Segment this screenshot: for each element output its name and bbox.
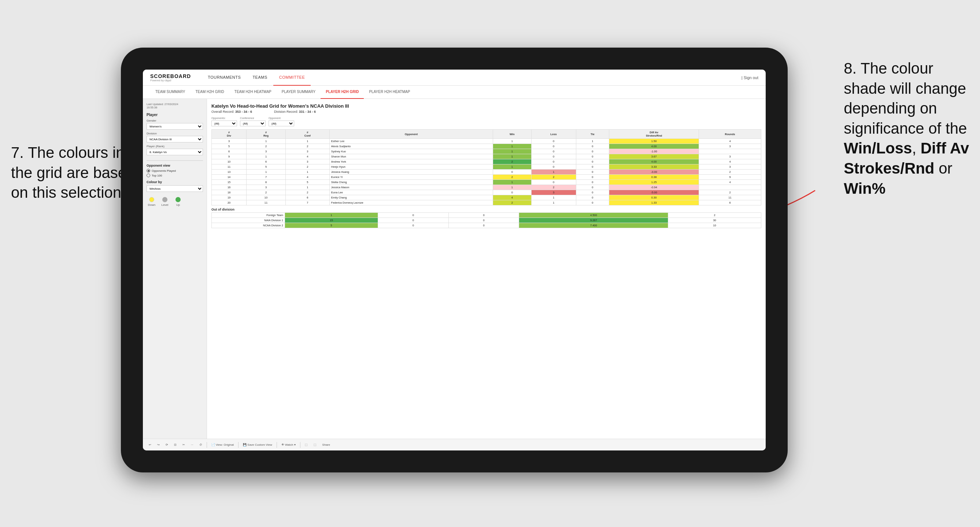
td-rounds: 4 (699, 159, 761, 164)
out-of-division-header: Out of division (212, 205, 761, 213)
td-win: 2 (493, 200, 531, 205)
td-win: 2 (493, 175, 531, 180)
td-div: 13 (212, 170, 247, 175)
td-opponent: Jessica Mason (329, 185, 493, 190)
table-row: 5 2 2 Alexis Sudjianto 1 0 0 4.00 3 (212, 144, 761, 149)
td-conf: 3 (285, 149, 329, 154)
th-conf: #Conf (285, 130, 329, 139)
radio-opponents-played[interactable]: Opponents Played (146, 169, 203, 173)
toolbar-save-custom[interactable]: 💾 Save Custom View (242, 443, 274, 447)
main-content: Last Updated: 27/03/202416:55:38 Player … (143, 99, 766, 439)
th-rounds: Rounds (699, 130, 761, 139)
td-loss: 0 (531, 159, 576, 164)
td-loss: 0 (531, 149, 576, 154)
toolbar-btn1[interactable]: ⬚ (303, 443, 309, 447)
grid-title: Katelyn Vo Head-to-Head Grid for Women's… (212, 103, 761, 109)
gender-select[interactable]: Women's (146, 123, 203, 130)
td-opponent: Emily Chang (329, 195, 493, 200)
td-tie: 0 (576, 190, 609, 195)
td-opponent: Andrea York (329, 159, 493, 164)
td-rounds: 2 (699, 170, 761, 175)
sub-nav-player-h2h-grid[interactable]: PLAYER H2H GRID (321, 86, 364, 99)
toolbar-watch[interactable]: 👁 Watch ▾ (280, 443, 297, 447)
td-loss: 1 (531, 200, 576, 205)
th-tie: Tie (576, 130, 609, 139)
td-tie: 0 (576, 180, 609, 185)
nav-item-teams[interactable]: TEAMS (247, 70, 273, 86)
top-nav: SCOREBOARD Powered by clippd TOURNAMENTS… (143, 70, 766, 86)
nav-item-tournaments[interactable]: TOURNAMENTS (202, 70, 247, 86)
sub-nav-team-summary[interactable]: TEAM SUMMARY (150, 86, 191, 99)
td-rounds: 2 (668, 213, 761, 218)
toolbar-share[interactable]: Share (321, 443, 332, 447)
toolbar-view-original[interactable]: 📄 View: Original (210, 443, 235, 447)
filter-opponent-select[interactable]: (All) (269, 121, 294, 126)
td-conf: 2 (285, 164, 329, 170)
toolbar-redo[interactable]: ↪ (156, 443, 161, 447)
filter-group-conference: Conference (All) (240, 116, 266, 126)
toolbar-grid[interactable]: ⊡ (173, 443, 178, 447)
td-opponent: Alexis Sudjianto (329, 144, 493, 149)
td-div: 9 (212, 154, 247, 159)
division-select[interactable]: NCAA Division III (146, 136, 203, 143)
td-rounds: 4 (699, 139, 761, 144)
toolbar-cut[interactable]: ✂ (181, 443, 186, 447)
th-reg: #Reg (247, 130, 286, 139)
td-rounds: 30 (668, 218, 761, 223)
td-opponent: Stella Cheng (329, 180, 493, 185)
td-reg: 8 (247, 180, 286, 185)
td-reg: 10 (247, 195, 286, 200)
td-loss: 2 (531, 175, 576, 180)
player-rank-label: Player (Rank) (146, 144, 203, 148)
sign-out-link[interactable]: | Sign out (741, 75, 758, 80)
td-rounds: 6 (699, 200, 761, 205)
th-opponent: Opponent (329, 130, 493, 139)
legend-dot-up (175, 197, 181, 202)
sub-nav-player-summary[interactable]: PLAYER SUMMARY (277, 86, 321, 99)
td-tie: 0 (449, 218, 519, 223)
td-div: 15 (212, 180, 247, 185)
td-div: 11 (212, 164, 247, 170)
toolbar-btn2[interactable]: ⬚ (312, 443, 318, 447)
table-row: 11 5 2 Heejo Hyun 1 0 0 3.33 3 (212, 164, 761, 170)
td-div: 5 (212, 144, 247, 149)
td-diff: 9.267 (519, 218, 668, 223)
sub-nav-player-h2h-heatmap[interactable]: PLAYER H2H HEATMAP (364, 86, 415, 99)
radio-dot-opponents (146, 169, 150, 173)
td-win: 1 (493, 185, 531, 190)
td-div: 6 (212, 149, 247, 154)
td-loss: 0 (531, 139, 576, 144)
th-win: Win (493, 130, 531, 139)
td-tie: 0 (449, 223, 519, 228)
legend-dot-level (162, 197, 167, 202)
td-loss: 1 (531, 170, 576, 175)
td-diff: 3.67 (609, 154, 699, 159)
filter-opponents-select[interactable]: (All) (212, 121, 237, 126)
td-diff: 1.50 (609, 139, 699, 144)
td-win: 2 (493, 159, 531, 164)
td-tie: 0 (576, 159, 609, 164)
toolbar-timer[interactable]: ⏱ (198, 443, 204, 447)
td-conf: 4 (285, 175, 329, 180)
sub-nav-team-h2h-grid[interactable]: TEAM H2H GRID (191, 86, 229, 99)
toolbar-undo[interactable]: ↩ (147, 443, 153, 447)
table-row: 14 7 4 Eunice Yi 2 2 0 0.38 9 (212, 175, 761, 180)
td-diff: 3.33 (609, 164, 699, 170)
player-rank-select[interactable]: 8. Katelyn Vo (146, 149, 203, 155)
td-rounds: 11 (699, 195, 761, 200)
td-diff: 4.500 (519, 213, 668, 218)
filter-conference-select[interactable]: (All) (240, 121, 266, 126)
toolbar-refresh[interactable]: ⟳ (164, 443, 170, 447)
sub-nav-team-h2h-heatmap[interactable]: TEAM H2H HEATMAP (229, 86, 277, 99)
nav-item-committee[interactable]: COMMITTEE (273, 70, 311, 86)
td-tie: 0 (576, 170, 609, 175)
toolbar-more[interactable]: ··· (189, 443, 195, 447)
tablet-screen: SCOREBOARD Powered by clippd TOURNAMENTS… (143, 70, 766, 451)
td-loss: 0 (531, 144, 576, 149)
td-tie: 0 (576, 154, 609, 159)
colour-by-select[interactable]: Win/loss (146, 185, 203, 192)
td-opponent: Heejo Hyun (329, 164, 493, 170)
radio-top100[interactable]: Top 100 (146, 174, 203, 177)
main-table: #Div #Reg #Conf Opponent Win Loss Tie Di… (212, 129, 761, 205)
td-loss: 0 (531, 154, 576, 159)
